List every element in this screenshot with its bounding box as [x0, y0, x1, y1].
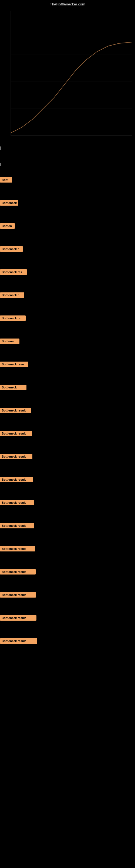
- list-item: Bottleneck: [0, 191, 135, 214]
- bottleneck-result-badge[interactable]: Bottleneck result: [0, 500, 34, 505]
- bottleneck-result-badge[interactable]: Bottleneck r: [0, 292, 24, 298]
- bottleneck-result-badge[interactable]: Bottleneck result: [0, 523, 34, 528]
- list-item: Bottleneck res: [0, 260, 135, 283]
- bottleneck-result-badge[interactable]: Bottleneck result: [0, 546, 35, 552]
- list-item: Bottleneck r: [0, 237, 135, 260]
- list-item: Bottleneck result: [0, 468, 135, 491]
- bottleneck-result-badge[interactable]: Bottleneck result: [0, 615, 37, 621]
- bottleneck-result-badge[interactable]: Bottleneck result: [0, 638, 37, 644]
- list-item: Bottleneck result: [0, 606, 135, 629]
- bottleneck-result-badge[interactable]: Bottleneck r: [0, 384, 27, 390]
- bottleneck-result-badge[interactable]: Bottleneck result: [0, 592, 36, 597]
- list-item: Bottlen: [0, 214, 135, 237]
- list-item: Bottleneck r: [0, 376, 135, 399]
- list-item: Bottleneck result: [0, 629, 135, 652]
- bottleneck-result-badge[interactable]: Bottleneck r: [0, 246, 23, 252]
- bottleneck-result-badge[interactable]: Bottleneck result: [0, 477, 33, 482]
- bottleneck-result-badge[interactable]: Bottleneck resu: [0, 362, 28, 367]
- results-list: BottlBottleneckBottlenBottleneck rBottle…: [0, 168, 135, 652]
- list-item: Bottl: [0, 168, 135, 191]
- bottleneck-result-badge[interactable]: Bottlenec: [0, 339, 19, 344]
- chart-area: [0, 5, 135, 141]
- cursor-indicator-2: [0, 163, 1, 166]
- list-item: Bottleneck result: [0, 445, 135, 468]
- bottleneck-result-badge[interactable]: Bottleneck result: [0, 569, 36, 575]
- cursor-indicator-1: [0, 147, 1, 150]
- bottleneck-result-badge[interactable]: Bottl: [0, 177, 12, 183]
- bottleneck-result-badge[interactable]: Bottlen: [0, 223, 15, 229]
- svg-rect-0: [0, 5, 135, 141]
- bottleneck-result-badge[interactable]: Bottleneck result: [0, 454, 32, 459]
- list-item: Bottleneck resu: [0, 352, 135, 376]
- list-item: Bottleneck result: [0, 560, 135, 583]
- bottleneck-result-badge[interactable]: Bottleneck result: [0, 408, 31, 413]
- list-item: Bottleneck result: [0, 422, 135, 445]
- list-item: Bottleneck result: [0, 514, 135, 537]
- bottleneck-result-badge[interactable]: Bottleneck result: [0, 431, 32, 436]
- list-item: Bottlenec: [0, 330, 135, 352]
- list-item: Bottleneck result: [0, 537, 135, 560]
- list-item: Bottleneck r: [0, 283, 135, 307]
- list-item: Bottleneck re: [0, 307, 135, 330]
- list-item: Bottleneck result: [0, 491, 135, 514]
- bottleneck-result-badge[interactable]: Bottleneck: [0, 200, 18, 206]
- bottleneck-result-badge[interactable]: Bottleneck re: [0, 315, 26, 321]
- bottleneck-result-badge[interactable]: Bottleneck res: [0, 269, 27, 275]
- list-item: Bottleneck result: [0, 583, 135, 606]
- list-item: Bottleneck result: [0, 399, 135, 422]
